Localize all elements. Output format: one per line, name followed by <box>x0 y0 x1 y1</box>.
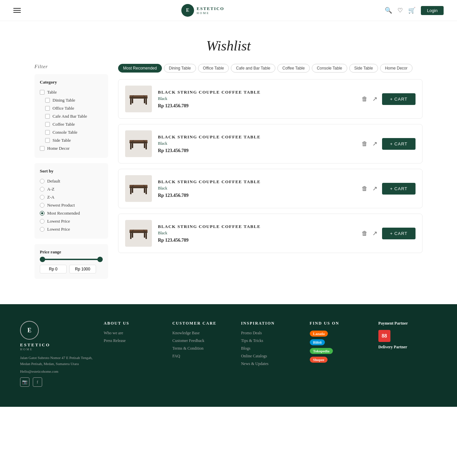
cart-button-2[interactable]: + CART <box>382 138 416 150</box>
logo-area[interactable]: E ESTETICO HOME <box>181 4 224 17</box>
share-icon-3[interactable]: ↗ <box>372 185 377 192</box>
delete-icon-1[interactable]: 🗑 <box>362 96 368 103</box>
checkbox-cafe-bar-table[interactable] <box>45 114 50 119</box>
checkbox-coffee-table[interactable] <box>45 122 50 127</box>
radio-a-z[interactable] <box>40 187 44 192</box>
footer-link-knowledge-base[interactable]: Knowledge Base <box>172 331 231 336</box>
category-item-home-decor[interactable]: Home Decor <box>40 144 103 152</box>
category-item-cafe-bar-table[interactable]: Cafe And Bar Table <box>40 112 103 120</box>
price-min-input[interactable] <box>40 265 67 273</box>
share-icon-2[interactable]: ↗ <box>372 140 377 147</box>
checkbox-office-table[interactable] <box>45 106 50 111</box>
product-card-2: BLACK STRING COUPLE COFFEE TABLE Black R… <box>118 124 423 163</box>
sidebar: Filter Category TableDining TableOffice … <box>34 64 108 284</box>
sort-option-a-z[interactable]: A-Z <box>40 185 103 193</box>
product-card-1: BLACK STRING COUPLE COFFEE TABLE Black R… <box>118 79 423 119</box>
sort-option-z-a[interactable]: Z-A <box>40 193 103 201</box>
checkbox-home-decor[interactable] <box>40 146 44 151</box>
radio-lowest-price[interactable] <box>40 219 44 224</box>
checkbox-console-table[interactable] <box>45 130 50 135</box>
footer-grid: E ESTETICO HOME Jalan Gatot Subroto Nomo… <box>20 321 437 387</box>
price-max-input[interactable] <box>69 265 96 273</box>
facebook-icon[interactable]: f <box>33 377 42 387</box>
footer-link-news-&-updates[interactable]: News & Updates <box>241 361 299 366</box>
sort-options-list: DefaultA-ZZ-ANewest ProductMost Recomend… <box>40 177 103 233</box>
marketplace-lazada[interactable]: Lazada <box>310 331 368 337</box>
checkbox-table[interactable] <box>40 90 44 95</box>
footer-link-who-we-are[interactable]: Who we are <box>104 331 162 336</box>
login-button[interactable]: Login <box>421 6 444 15</box>
checkbox-side-table[interactable] <box>45 138 50 143</box>
product-color-3: Black <box>158 186 356 191</box>
radio-lowest-price-2[interactable] <box>40 227 44 232</box>
footer-link-online-catalogs[interactable]: Online Catalogs <box>241 354 299 359</box>
category-item-coffee-table[interactable]: Coffee Table <box>40 120 103 128</box>
sort-option-newest[interactable]: Newest Product <box>40 201 103 209</box>
customer-care-title: CUSTOMER CARE <box>172 321 231 326</box>
category-item-dining-table[interactable]: Dining Table <box>40 96 103 104</box>
slider-thumb-right[interactable] <box>97 257 103 262</box>
tab-cafe-bar-table[interactable]: Cafe and Bar Table <box>231 64 275 73</box>
price-range-label: Price range <box>40 249 103 255</box>
radio-most-recommended[interactable] <box>40 211 44 216</box>
category-item-side-table[interactable]: Side Table <box>40 136 103 144</box>
radio-z-a[interactable] <box>40 195 44 200</box>
marketplace-shopee[interactable]: Shopee <box>310 357 368 363</box>
filter-tabs: Most RecomendedDining TableOffice TableC… <box>118 64 423 73</box>
category-item-office-table[interactable]: Office Table <box>40 104 103 112</box>
delete-icon-2[interactable]: 🗑 <box>362 140 368 147</box>
footer-link-blogs[interactable]: Blogs <box>241 346 299 351</box>
category-item-table[interactable]: Table <box>40 88 103 96</box>
product-actions-1: 🗑 ↗ + CART <box>362 93 416 105</box>
lazada-badge: Lazada <box>310 331 328 337</box>
tab-dining-table[interactable]: Dining Table <box>164 64 196 73</box>
marketplace-tokopedia[interactable]: Tokopedia <box>310 348 368 354</box>
footer-link-promo-deals[interactable]: Promo Deals <box>241 331 299 336</box>
footer-link-terms-&-condition[interactable]: Terms & Condition <box>172 346 231 351</box>
footer-payment-col: Payment Partner 88 Delivery Partner <box>378 321 437 387</box>
footer-email[interactable]: Hello@esteticohome.com <box>20 369 94 373</box>
price-slider-track[interactable] <box>40 259 103 260</box>
logo-text-block: ESTETICO HOME <box>197 6 224 15</box>
tab-coffee-table[interactable]: Coffee Table <box>277 64 310 73</box>
svg-rect-2 <box>146 99 147 105</box>
share-icon-4[interactable]: ↗ <box>372 230 377 237</box>
svg-rect-27 <box>132 233 133 238</box>
sort-option-lowest-price[interactable]: Lowest Price <box>40 217 103 225</box>
footer-link-press-release[interactable]: Press Release <box>104 338 162 343</box>
footer-inspiration-col: INSPIRATION Promo DealsTips & TricksBlog… <box>241 321 299 387</box>
checkbox-dining-table[interactable] <box>45 98 50 103</box>
footer-link-customer-feedback[interactable]: Customer Feedback <box>172 338 231 343</box>
tab-office-table[interactable]: Office Table <box>198 64 229 73</box>
sort-option-lowest-price-2[interactable]: Lowest Price <box>40 225 103 233</box>
footer-link-faq[interactable]: FAQ <box>172 354 231 359</box>
wishlist-icon[interactable]: ♡ <box>397 7 403 14</box>
about-links: Who we arePress Release <box>104 331 162 343</box>
tab-side-table[interactable]: Side Table <box>349 64 378 73</box>
footer-link-tips-&-tricks[interactable]: Tips & Tricks <box>241 338 299 343</box>
cart-button-4[interactable]: + CART <box>382 228 416 239</box>
tab-most-recommended[interactable]: Most Recomended <box>118 64 162 73</box>
radio-newest[interactable] <box>40 203 44 208</box>
radio-default[interactable] <box>40 179 44 184</box>
sort-option-most-recommended[interactable]: Most Recomended <box>40 209 103 217</box>
slider-thumb-left[interactable] <box>40 257 45 262</box>
product-info-4: BLACK STRING COUPLE COFFEE TABLE Black R… <box>158 224 356 243</box>
footer-brand-sub: HOME <box>20 348 94 351</box>
instagram-icon[interactable]: 📷 <box>20 377 29 387</box>
delete-icon-3[interactable]: 🗑 <box>362 185 368 192</box>
share-icon-1[interactable]: ↗ <box>372 95 377 103</box>
hamburger-menu[interactable] <box>13 8 21 13</box>
sort-option-default[interactable]: Default <box>40 177 103 185</box>
delete-icon-4[interactable]: 🗑 <box>362 230 368 237</box>
category-item-console-table[interactable]: Console Table <box>40 128 103 136</box>
svg-rect-26 <box>146 233 147 239</box>
cart-button-1[interactable]: + CART <box>382 93 416 105</box>
svg-rect-18 <box>146 188 147 194</box>
cart-button-3[interactable]: + CART <box>382 183 416 195</box>
tab-home-decor[interactable]: Home Decor <box>380 64 413 73</box>
search-icon[interactable]: 🔍 <box>385 7 392 14</box>
cart-icon[interactable]: 🛒 <box>408 7 416 14</box>
tab-console-table[interactable]: Console Table <box>312 64 347 73</box>
marketplace-blibli[interactable]: Blibli <box>310 339 368 345</box>
